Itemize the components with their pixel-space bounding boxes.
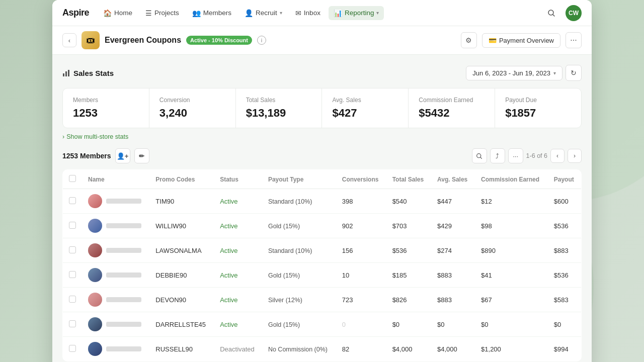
nav-item-home[interactable]: 🏠 Home (98, 6, 137, 20)
svg-rect-2 (63, 73, 64, 76)
table-row: WILLIW90 Active Gold (15%) 902 $703 $429… (63, 214, 582, 238)
payout-type-cell: No Commission (0%) (262, 337, 336, 361)
date-range-selector: Jun 6, 2023 - Jun 19, 2023 ▾ ↻ (466, 65, 582, 81)
commission-cell: $1,200 (475, 337, 548, 361)
promo-code-cell: DEBBIE90 (149, 263, 214, 288)
member-avatar (88, 268, 102, 282)
conversions-cell: 723 (336, 288, 386, 312)
status-badge: Active (220, 272, 237, 279)
member-name-cell (82, 263, 149, 288)
conversions-value: 0 (342, 321, 346, 328)
conversions-cell: 0 (336, 312, 386, 337)
row-checkbox[interactable] (69, 246, 76, 253)
nav-item-recruit-label: Recruit (256, 9, 277, 17)
show-multi-store-link[interactable]: › Show multi-store stats (62, 133, 582, 140)
payment-overview-button[interactable]: 💳 Payment Overview (482, 33, 560, 48)
conversions-cell: 156 (336, 238, 386, 263)
select-all-header[interactable] (63, 170, 83, 189)
nav-item-projects[interactable]: ☰ Projects (140, 6, 184, 20)
payout-cell: $883 (548, 238, 582, 263)
table-row: DARRELLSTE45 Active Gold (15%) 0 $0 $0 $… (63, 312, 582, 337)
row-checkbox-cell[interactable] (63, 337, 83, 361)
pagination-prev-button[interactable]: ‹ (550, 149, 565, 163)
stat-members-value: 1253 (73, 107, 139, 120)
stat-total-sales: Total Sales $13,189 (236, 88, 323, 128)
share-button[interactable]: ⤴ (490, 148, 505, 163)
nav-item-recruit[interactable]: 👤 Recruit ▾ (239, 6, 287, 20)
payout-type-label: Silver (12%) (268, 297, 302, 304)
select-all-checkbox[interactable] (69, 175, 76, 182)
avg-sales-cell: $274 (431, 238, 475, 263)
status-cell: Active (214, 189, 262, 214)
campaign-title: Evergreen Coupons (105, 36, 181, 45)
nav-item-inbox[interactable]: ✉ Inbox (290, 6, 326, 20)
stat-conversion-label: Conversion (159, 97, 225, 104)
recruit-chevron-icon: ▾ (280, 10, 282, 16)
payout-type-cell: Silver (12%) (262, 288, 336, 312)
payment-label: Payment Overview (499, 37, 554, 44)
payout-type-cell: Gold (15%) (262, 263, 336, 288)
date-range-button[interactable]: Jun 6, 2023 - Jun 19, 2023 ▾ (466, 66, 562, 80)
status-badge: Active (220, 198, 237, 205)
payout-type-cell: Standard (10%) (262, 238, 336, 263)
search-icon (476, 153, 482, 159)
refresh-button[interactable]: ↻ (566, 65, 582, 81)
pagination-next-button[interactable]: › (568, 149, 582, 163)
more-options-button[interactable]: ··· (566, 32, 582, 48)
row-checkbox[interactable] (69, 296, 76, 303)
conversions-value: 902 (342, 222, 353, 230)
row-checkbox[interactable] (69, 197, 76, 204)
member-avatar (88, 317, 102, 331)
table-more-button[interactable]: ··· (508, 148, 523, 163)
row-checkbox[interactable] (69, 271, 76, 278)
date-range-chevron-icon: ▾ (553, 70, 556, 76)
search-button[interactable] (543, 5, 559, 21)
payout-cell: $536 (548, 214, 582, 238)
payout-type-label: Gold (15%) (268, 272, 300, 279)
nav-item-reporting[interactable]: 📊 Reporting ▾ (329, 6, 384, 20)
row-checkbox-cell[interactable] (63, 312, 83, 337)
search-icon (547, 9, 555, 17)
table-row: TIM90 Active Standard (10%) 398 $540 $44… (63, 189, 582, 214)
info-icon[interactable]: i (257, 36, 266, 45)
stat-commission-value: $5432 (419, 107, 485, 120)
promo-code-cell: RUSSELL90 (149, 337, 214, 361)
campaign-thumbnail: 🎟 (82, 31, 100, 49)
add-member-button[interactable]: 👤+ (115, 148, 130, 163)
nav-item-members[interactable]: 👥 Members (187, 6, 236, 20)
app-window: Aspire 🏠 Home ☰ Projects 👥 Members 👤 Rec… (52, 0, 592, 362)
member-name-cell (82, 312, 149, 337)
main-content: Sales Stats Jun 6, 2023 - Jun 19, 2023 ▾… (52, 55, 592, 362)
total-sales-cell: $4,000 (386, 337, 431, 361)
edit-button[interactable]: ✏ (134, 148, 149, 163)
status-badge: Active (220, 247, 237, 254)
row-checkbox-cell[interactable] (63, 214, 83, 238)
row-checkbox[interactable] (69, 222, 76, 229)
col-commission: Commission Earned (475, 170, 548, 189)
member-name-blur (106, 322, 141, 327)
commission-cell: $0 (475, 312, 548, 337)
row-checkbox-cell[interactable] (63, 189, 83, 214)
promo-code-cell: LAWSONALMA (149, 238, 214, 263)
user-avatar[interactable]: CW (566, 5, 582, 21)
conversions-value: 723 (342, 296, 353, 304)
row-checkbox-cell[interactable] (63, 288, 83, 312)
settings-button[interactable]: ⚙ (461, 32, 477, 48)
recruit-icon: 👤 (245, 9, 253, 17)
row-checkbox[interactable] (69, 345, 76, 352)
back-button[interactable]: ‹ (62, 33, 76, 47)
reporting-icon: 📊 (334, 9, 342, 17)
table-search-button[interactable] (472, 148, 487, 163)
row-checkbox[interactable] (69, 320, 76, 327)
members-table: Name Promo Codes Status Payout Type Conv… (62, 169, 582, 361)
row-checkbox-cell[interactable] (63, 238, 83, 263)
nav-item-inbox-label: Inbox (304, 9, 320, 17)
nav-item-members-label: Members (203, 9, 231, 17)
avg-sales-cell: $0 (431, 312, 475, 337)
nav-bar: Aspire 🏠 Home ☰ Projects 👥 Members 👤 Rec… (52, 0, 592, 26)
nav-item-projects-label: Projects (154, 9, 179, 17)
app-logo: Aspire (62, 8, 89, 18)
status-badge: Active (220, 222, 237, 230)
status-cell: Active (214, 263, 262, 288)
row-checkbox-cell[interactable] (63, 263, 83, 288)
